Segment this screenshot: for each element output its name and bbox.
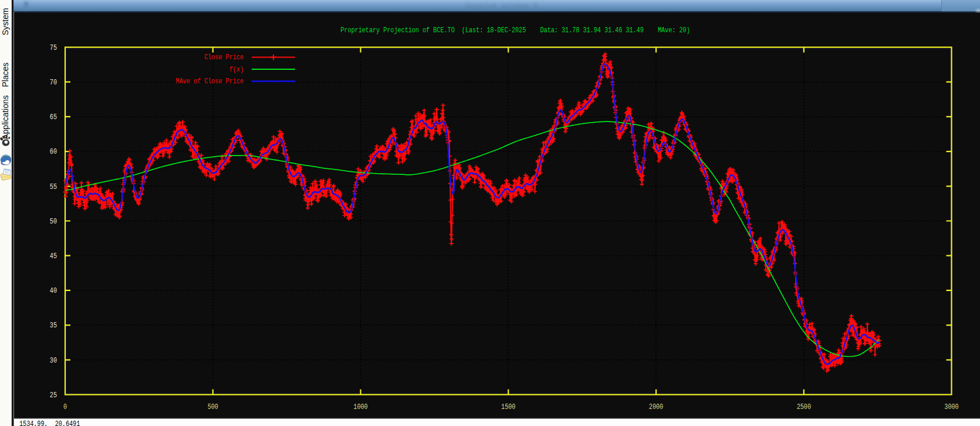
svg-text:2000: 2000 <box>649 403 663 411</box>
svg-text:45: 45 <box>50 252 57 260</box>
svg-text:1000: 1000 <box>353 403 367 411</box>
svg-text:40: 40 <box>50 286 57 295</box>
svg-text:2500: 2500 <box>797 403 811 411</box>
svg-text:Applications: Applications <box>1 95 10 140</box>
svg-text:3000: 3000 <box>944 403 958 411</box>
svg-text:35: 35 <box>50 321 57 329</box>
svg-text:1534.99, 20.6491: 1534.99, 20.6491 <box>19 419 80 426</box>
svg-text:30: 30 <box>50 356 57 364</box>
svg-text:60: 60 <box>50 147 57 155</box>
svg-text:65: 65 <box>50 113 57 121</box>
svg-text:MAve of Close Price: MAve of Close Price <box>176 77 244 85</box>
svg-text:0: 0 <box>63 403 67 411</box>
svg-text:25: 25 <box>50 391 57 399</box>
svg-text:1500: 1500 <box>501 403 515 411</box>
svg-text:Places: Places <box>1 62 10 87</box>
svg-text:System: System <box>1 8 10 36</box>
svg-text:Gnuplot window 0: Gnuplot window 0 <box>465 2 538 11</box>
svg-text:Proprietary Projection of BCE.: Proprietary Projection of BCE.TO (Last: … <box>340 25 690 33</box>
svg-text:70: 70 <box>50 78 57 86</box>
svg-text:50: 50 <box>50 217 57 225</box>
svg-text:500: 500 <box>208 403 218 411</box>
svg-text:f(x): f(x) <box>229 65 244 73</box>
svg-text:55: 55 <box>50 182 57 190</box>
svg-text:75: 75 <box>50 43 57 52</box>
svg-text:Close Price: Close Price <box>204 53 244 61</box>
